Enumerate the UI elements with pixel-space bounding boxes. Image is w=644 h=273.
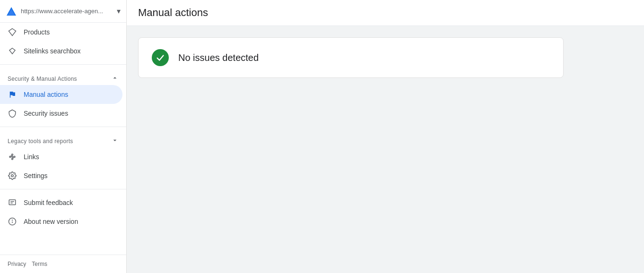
legacy-tools-header[interactable]: Legacy tools and reports bbox=[0, 131, 126, 147]
sidebar-item-settings[interactable]: Settings bbox=[0, 166, 122, 185]
url-dropdown-icon[interactable]: ▾ bbox=[117, 7, 121, 16]
collapse-icon-security bbox=[111, 74, 119, 83]
flag-icon bbox=[8, 90, 17, 99]
main-body: No issues detected bbox=[127, 26, 644, 273]
svg-point-4 bbox=[14, 156, 15, 158]
shield-icon bbox=[8, 109, 17, 118]
gear-icon bbox=[8, 171, 17, 180]
svg-rect-11 bbox=[9, 200, 16, 205]
main-header: Manual actions bbox=[127, 0, 644, 26]
svg-point-5 bbox=[12, 158, 13, 160]
sidebar-nav: Products Sitelinks searchbox Security & … bbox=[0, 23, 126, 255]
security-manual-actions-label: Security & Manual Actions bbox=[8, 76, 77, 82]
check-circle-icon bbox=[152, 49, 169, 66]
links-label: Links bbox=[24, 153, 39, 161]
security-issues-label: Security issues bbox=[24, 110, 68, 117]
sidebar: https://www.accelerate-agen... ▾ Product… bbox=[0, 0, 127, 273]
legacy-tools-label: Legacy tools and reports bbox=[8, 138, 73, 145]
info-icon bbox=[8, 217, 17, 226]
svg-point-3 bbox=[12, 154, 13, 155]
svg-line-9 bbox=[13, 157, 14, 158]
svg-line-8 bbox=[11, 155, 12, 156]
manual-actions-label: Manual actions bbox=[24, 91, 68, 98]
status-card: No issues detected bbox=[138, 37, 564, 78]
terms-link[interactable]: Terms bbox=[32, 261, 47, 267]
expand-icon-legacy bbox=[111, 136, 119, 145]
diamond-small-icon bbox=[8, 46, 17, 56]
url-bar: https://www.accelerate-agen... ▾ bbox=[0, 0, 126, 23]
feedback-icon bbox=[8, 198, 17, 207]
sidebar-item-submit-feedback[interactable]: Submit feedback bbox=[0, 193, 122, 212]
about-new-version-label: About new version bbox=[24, 218, 78, 225]
page-title: Manual actions bbox=[138, 7, 208, 19]
sidebar-item-links[interactable]: Links bbox=[0, 147, 122, 166]
footer-links: Privacy Terms bbox=[0, 257, 126, 271]
privacy-link[interactable]: Privacy bbox=[8, 261, 26, 267]
svg-point-2 bbox=[9, 156, 11, 158]
settings-label: Settings bbox=[24, 172, 48, 179]
products-label: Products bbox=[24, 28, 50, 36]
submit-feedback-label: Submit feedback bbox=[24, 199, 73, 206]
security-manual-actions-header[interactable]: Security & Manual Actions bbox=[0, 68, 126, 85]
sidebar-item-products[interactable]: Products bbox=[0, 23, 122, 42]
sidebar-footer: Privacy Terms bbox=[0, 255, 126, 273]
links-icon bbox=[8, 152, 17, 162]
url-text: https://www.accelerate-agen... bbox=[21, 8, 113, 15]
sidebar-item-sitelinks-searchbox[interactable]: Sitelinks searchbox bbox=[0, 42, 122, 60]
gsc-logo bbox=[6, 6, 17, 17]
divider-1 bbox=[0, 64, 126, 65]
sidebar-item-manual-actions[interactable]: Manual actions bbox=[0, 85, 122, 104]
divider-3 bbox=[0, 189, 126, 189]
sitelinks-label: Sitelinks searchbox bbox=[24, 47, 81, 55]
sidebar-item-security-issues[interactable]: Security issues bbox=[0, 104, 122, 123]
svg-point-10 bbox=[11, 175, 14, 177]
sidebar-item-about-new-version[interactable]: About new version bbox=[0, 212, 122, 231]
status-message: No issues detected bbox=[178, 52, 259, 63]
divider-2 bbox=[0, 127, 126, 127]
main-content-area: Manual actions No issues detected bbox=[127, 0, 644, 273]
diamond-icon bbox=[8, 27, 17, 37]
